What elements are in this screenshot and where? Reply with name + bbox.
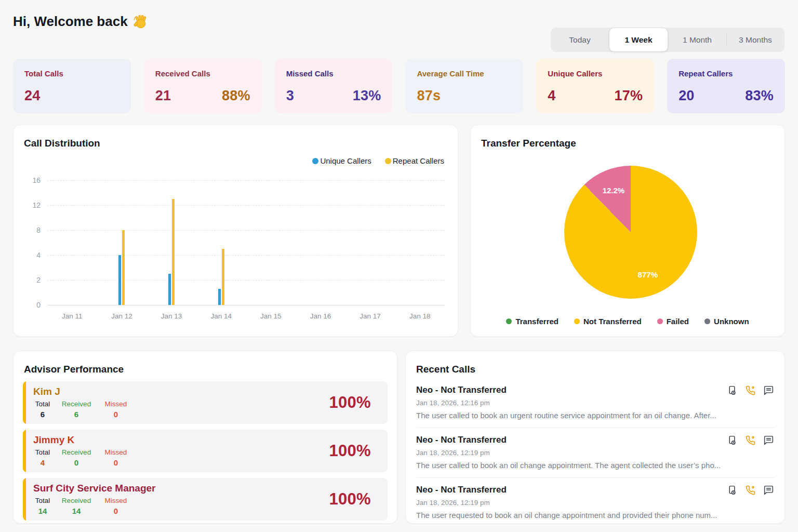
legend-item-repeat-callers[interactable]: Repeat Callers [385, 156, 444, 165]
recent-calls-title: Recent Calls [416, 364, 475, 375]
tab-1-month[interactable]: 1 Month [668, 28, 726, 52]
stat-value: 20 [679, 88, 694, 104]
advisor-stats: Total 6 Received 6 Missed 0 [30, 400, 134, 419]
stat-percent: 83% [745, 88, 774, 104]
call-summary: The user requested to book an oil change… [416, 511, 774, 520]
total-label: Total [30, 448, 55, 456]
x-axis-tick: Jan 14 [210, 312, 232, 320]
advisor-stats: Total 14 Received 14 Missed 0 [30, 497, 134, 515]
recent-call-item: Neo - Not Transferred Jan 18, 2026, 12:1… [416, 378, 774, 428]
legend-dot-gray [704, 318, 710, 324]
legend-label: Repeat Callers [393, 156, 444, 165]
file-icon[interactable] [726, 434, 738, 446]
legend-dot-yellow [574, 318, 580, 324]
advisor-name: Kim J [33, 386, 60, 397]
stat-percent: 88% [222, 88, 250, 104]
call-title: Neo - Not Transferred [416, 385, 774, 395]
file-icon[interactable] [726, 484, 738, 496]
legend-item-not-transferred[interactable]: Not Transferred [574, 317, 642, 326]
call-title: Neo - Not Transferred [416, 435, 774, 445]
call-timestamp: Jan 18, 2026, 12:16 pm [416, 399, 774, 407]
advisor-performance-title: Advisor Performance [24, 364, 124, 375]
missed-label: Missed [98, 497, 134, 504]
total-label: Total [30, 400, 55, 408]
received-value: 14 [59, 507, 94, 515]
bar-unique-callers-jan-13 [168, 274, 171, 305]
stat-card-total-calls: Total Calls 24 [13, 59, 131, 113]
tab-3-months[interactable]: 3 Months [726, 28, 784, 52]
transcript-icon[interactable] [763, 434, 774, 446]
legend-label: Transferred [515, 317, 558, 326]
call-timestamp: Jan 18, 2026, 12:19 pm [416, 449, 774, 457]
transcript-icon[interactable] [763, 484, 774, 496]
phone-call-icon[interactable] [744, 384, 756, 396]
y-axis-tick: 0 [36, 301, 41, 309]
greeting-text: Hi, Welcome back [13, 14, 128, 30]
call-distribution-title: Call Distribution [24, 138, 100, 149]
gridline [47, 230, 445, 231]
bar-unique-callers-jan-12 [118, 255, 121, 305]
stat-label: Average Call Time [417, 69, 512, 78]
stat-label: Missed Calls [286, 69, 381, 78]
advisor-score: 100% [329, 442, 371, 460]
received-value: 0 [59, 458, 94, 467]
stat-percent: 17% [615, 88, 643, 104]
bar-repeat-callers-jan-14 [222, 249, 224, 305]
stats-row: Total Calls 24 Received Calls 21 88% Mis… [13, 59, 785, 113]
bar-chart-x-axis: Jan 11Jan 12Jan 13Jan 14Jan 15Jan 16Jan … [47, 312, 445, 323]
tab-1-week[interactable]: 1 Week [609, 28, 668, 51]
tab-today[interactable]: Today [551, 28, 609, 52]
stat-label: Received Calls [155, 69, 250, 78]
x-axis-tick: Jan 12 [111, 312, 132, 320]
stat-value: 4 [548, 88, 555, 104]
dashboard-page: Hi, Welcome back Today 1 Week 1 Month 3 … [0, 0, 798, 532]
bar-unique-callers-jan-14 [218, 289, 221, 305]
gridline [47, 180, 445, 181]
legend-dot-blue [312, 158, 318, 164]
legend-dot-green [506, 318, 512, 324]
legend-item-unique-callers[interactable]: Unique Callers [312, 156, 371, 165]
call-actions [726, 484, 774, 496]
accent-bar [23, 478, 26, 521]
pie-slice-label-failed: 12.2% [603, 186, 625, 195]
legend-label: Failed [667, 317, 689, 326]
call-distribution-panel: Call Distribution Unique Callers Repeat … [13, 125, 458, 337]
time-range-tabs: Today 1 Week 1 Month 3 Months [551, 28, 784, 52]
missed-label: Missed [98, 400, 134, 408]
total-value: 6 [30, 410, 55, 419]
file-icon[interactable] [726, 384, 738, 396]
legend-item-failed[interactable]: Failed [657, 317, 689, 326]
recent-calls-panel: Recent Calls Neo - Not Transferred Jan 1… [405, 351, 785, 524]
legend-dot-yellow [385, 158, 391, 164]
stat-value: 3 [286, 88, 294, 104]
advisor-rows: Kim J Total 6 Received 6 Missed 0 10 [23, 381, 388, 526]
advisor-stats: Total 4 Received 0 Missed 0 [30, 448, 134, 467]
x-axis-tick: Jan 15 [260, 312, 282, 320]
transcript-icon[interactable] [763, 384, 774, 396]
legend-item-transferred[interactable]: Transferred [506, 317, 558, 326]
transfer-percentage-panel: Transfer Percentage 877%12.2% Transferre… [470, 125, 785, 337]
received-label: Received [59, 448, 94, 456]
total-value: 14 [30, 507, 55, 515]
y-axis-tick: 2 [36, 276, 41, 284]
legend-item-unknown[interactable]: Unknown [704, 317, 749, 326]
y-axis-tick: 8 [36, 226, 41, 234]
bar-repeat-callers-jan-12 [122, 230, 125, 305]
x-axis-tick: Jan 11 [62, 312, 83, 320]
advisor-row-jimmy-k: Jimmy K Total 4 Received 0 Missed 0 [23, 430, 388, 472]
stat-card-average-call-time: Average Call Time 87s [405, 59, 523, 113]
pie-chart: 877%12.2% [564, 166, 697, 299]
legend-label: Unknown [714, 317, 749, 326]
phone-call-icon[interactable] [744, 434, 756, 446]
bar-repeat-callers-jan-13 [172, 199, 175, 305]
transfer-percentage-title: Transfer Percentage [481, 138, 576, 149]
bar-chart-y-axis: 02481216 [14, 180, 41, 305]
recent-calls-list: Neo - Not Transferred Jan 18, 2026, 12:1… [416, 378, 774, 527]
x-axis-tick: Jan 18 [409, 312, 431, 320]
total-label: Total [30, 497, 55, 504]
stat-card-missed-calls: Missed Calls 3 13% [275, 59, 393, 113]
pie-chart-legend: Transferred Not Transferred Failed Unkno… [471, 317, 784, 326]
phone-call-icon[interactable] [744, 484, 756, 496]
advisor-name: Jimmy K [33, 434, 74, 446]
advisor-performance-panel: Advisor Performance Kim J Total 6 Receiv… [13, 351, 397, 524]
